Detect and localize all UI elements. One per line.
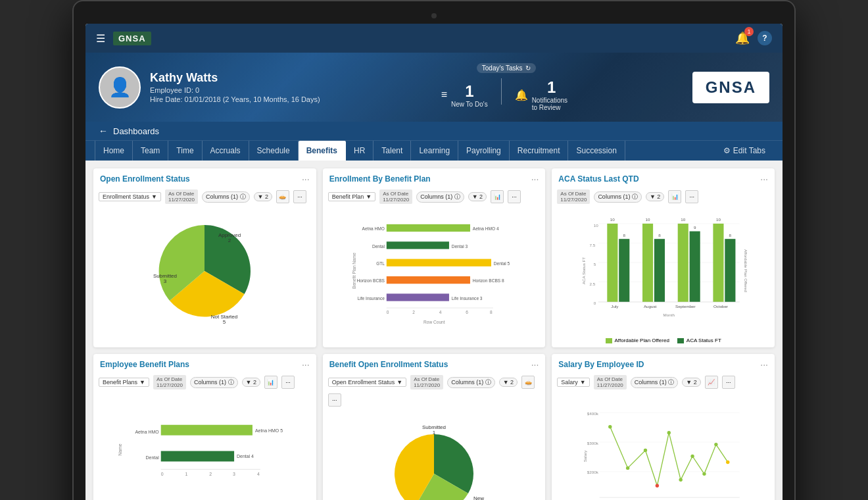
widget-salary-menu[interactable]: ··· (760, 359, 768, 370)
nav-hr[interactable]: HR (346, 141, 374, 161)
nav-home[interactable]: Home (95, 141, 133, 161)
employee-id: Employee ID: 0 (150, 86, 320, 94)
nav-time[interactable]: Time (168, 141, 202, 161)
svg-text:1: 1 (433, 430, 436, 436)
nav-benefits[interactable]: Benefits (299, 141, 346, 161)
open-enrollment-chart-type[interactable]: 🥧 (276, 190, 289, 203)
new-todos-count: 1 (451, 82, 488, 101)
nav-schedule[interactable]: Schedule (249, 141, 299, 161)
notification-badge: 1 (744, 27, 754, 36)
widget-enrollment-body: Benefit Plan Name Aetna HMO Aetna HMO 4 … (323, 207, 546, 335)
svg-text:Life Insurance: Life Insurance (357, 296, 385, 301)
svg-text:GTL: GTL (376, 261, 385, 266)
widget-enrollment-title: Enrollment By Benefit Plan (329, 174, 431, 184)
svg-rect-11 (386, 241, 448, 249)
hero-right: GNSA (692, 72, 769, 103)
legend-aca-status-ft: ACA Status FT (677, 338, 721, 343)
secondary-nav: Home Team Time Accruals Schedule Benefit… (85, 140, 783, 161)
widget-ebp-menu[interactable]: ··· (302, 359, 310, 370)
benefit-plans-filter[interactable]: Benefit Plans ▼ (99, 378, 149, 387)
svg-point-93 (679, 478, 683, 482)
boe-pie: Submitted 1 New 3 (328, 414, 541, 500)
open-enrollment-status-filter[interactable]: Open Enrollment Status ▼ (328, 378, 406, 387)
gnsa-watermark: GNSA (692, 72, 769, 103)
svg-text:8: 8 (729, 233, 732, 238)
svg-point-94 (691, 455, 694, 458)
enrollment-status-filter[interactable]: Enrollment Status ▼ (99, 192, 161, 201)
widget-salary-body: Salary $400k $300k $200k (552, 392, 775, 500)
salary-chart-type[interactable]: 📈 (705, 376, 718, 389)
screen-bezel: ☰ GNSA 🔔 1 ? 👤 (72, 0, 796, 500)
svg-point-95 (703, 472, 706, 476)
back-arrow[interactable]: ← (99, 126, 108, 136)
svg-text:2.5: 2.5 (590, 282, 596, 286)
task-divider (501, 78, 502, 105)
widget-salary-toolbar: Salary ▼ As Of Date11/27/2020 Columns (1… (552, 372, 775, 392)
nav-recruitment[interactable]: Recruitment (510, 141, 569, 161)
svg-text:Dental 3: Dental 3 (451, 244, 468, 249)
ebp-filter-count[interactable]: ▼ 2 (242, 378, 260, 387)
aca-filter-count[interactable]: ▼ 2 (646, 192, 664, 201)
gnsa-logo: GNSA (113, 32, 151, 45)
widget-ebp-title: Employee Benefit Plans (100, 360, 189, 369)
svg-text:ACA Status FT: ACA Status FT (582, 257, 587, 285)
widget-enrollment-toolbar: Benefit Plan ▼ As Of Date11/27/2020 Colu… (323, 187, 546, 207)
help-icon[interactable]: ? (758, 31, 772, 45)
widget-salary-title: Salary By Employee ID (558, 360, 644, 369)
aca-columns[interactable]: Columns (1) ⓘ (594, 191, 642, 203)
nav-team[interactable]: Team (133, 141, 168, 161)
widget-ebp-body: Name Aetna HMO Aetna HMO 5 Dental Dental… (93, 392, 316, 500)
widget-boe-menu[interactable]: ··· (531, 359, 539, 370)
edit-tabs-button[interactable]: ⚙ Edit Tabs (715, 142, 773, 159)
enrollment-plan-chart-type[interactable]: 📊 (491, 190, 504, 203)
boe-filter-count[interactable]: ▼ 2 (499, 378, 518, 387)
open-enrollment-more[interactable]: ··· (293, 190, 306, 203)
salary-filter[interactable]: Salary ▼ (557, 378, 589, 387)
widget-open-enrollment-header: Open Enrollment Status ··· (93, 168, 316, 187)
enrollment-plan-more[interactable]: ··· (508, 190, 521, 203)
aca-chart-type[interactable]: 📊 (668, 190, 681, 203)
enrollment-plan-columns[interactable]: Columns (1) ⓘ (416, 191, 464, 203)
boe-columns[interactable]: Columns (1) ⓘ (447, 377, 495, 388)
benefit-plan-filter[interactable]: Benefit Plan ▼ (328, 192, 375, 201)
nav-talent[interactable]: Talent (374, 141, 411, 161)
svg-rect-20 (386, 293, 448, 301)
svg-point-96 (715, 443, 718, 446)
open-enrollment-columns[interactable]: Columns (1) ⓘ (202, 191, 250, 203)
enrollment-plan-filter-count[interactable]: ▼ 2 (468, 192, 487, 201)
salary-more[interactable]: ··· (722, 376, 735, 389)
svg-text:3: 3 (233, 472, 235, 476)
boe-chart-type[interactable]: 🥧 (521, 376, 535, 389)
nav-payrolling[interactable]: Payrolling (458, 141, 510, 161)
svg-text:4: 4 (439, 310, 442, 314)
svg-point-97 (726, 461, 729, 464)
widget-aca-menu[interactable]: ··· (760, 174, 768, 184)
dashboard-grid: Open Enrollment Status ··· Enrollment St… (85, 161, 783, 500)
svg-rect-8 (386, 224, 470, 232)
top-nav-right: 🔔 1 ? (735, 31, 772, 45)
aca-more[interactable]: ··· (685, 190, 698, 203)
open-enrollment-date: As Of Date11/27/2020 (165, 189, 198, 204)
svg-text:6: 6 (466, 310, 468, 314)
nav-learning[interactable]: Learning (411, 141, 458, 161)
ebp-chart-type[interactable]: 📊 (264, 376, 277, 389)
ebp-columns[interactable]: Columns (1) ⓘ (190, 377, 238, 388)
hamburger-icon[interactable]: ☰ (96, 32, 105, 45)
widget-enrollment-menu[interactable]: ··· (531, 174, 539, 184)
svg-text:July: July (612, 304, 619, 309)
svg-text:9: 9 (694, 225, 696, 230)
widget-aca-status: ACA Status Last QTD ··· As Of Date11/27/… (552, 168, 775, 347)
nav-succession[interactable]: Succession (568, 141, 625, 161)
notification-bell[interactable]: 🔔 1 (735, 31, 750, 45)
widget-open-enrollment-menu[interactable]: ··· (302, 174, 310, 184)
hero-header: 👤 Kathy Watts Employee ID: 0 Hire Date: … (85, 53, 783, 122)
boe-more[interactable]: ··· (328, 393, 341, 407)
salary-columns[interactable]: Columns (1) ⓘ (631, 377, 679, 388)
svg-text:Row Count: Row Count (423, 320, 445, 324)
salary-filter-count[interactable]: ▼ 2 (682, 378, 700, 387)
svg-text:0: 0 (594, 301, 596, 305)
ebp-more[interactable]: ··· (281, 376, 295, 389)
svg-text:$200k: $200k (587, 470, 599, 474)
nav-accruals[interactable]: Accruals (203, 141, 249, 161)
open-enrollment-filter-count[interactable]: ▼ 2 (254, 192, 272, 201)
